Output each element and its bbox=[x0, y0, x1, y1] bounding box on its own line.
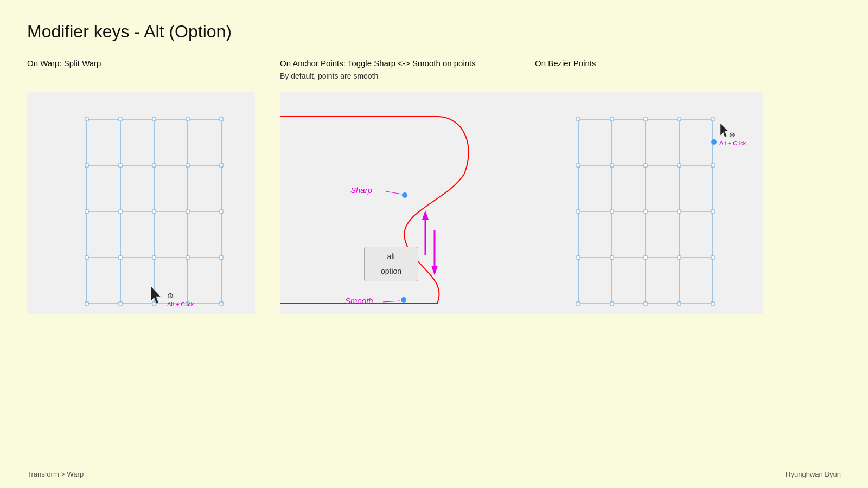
svg-rect-10 bbox=[85, 118, 88, 121]
svg-rect-67 bbox=[644, 164, 647, 167]
svg-rect-72 bbox=[644, 210, 647, 213]
svg-marker-49 bbox=[431, 266, 438, 275]
svg-rect-32 bbox=[152, 302, 156, 305]
svg-rect-34 bbox=[220, 302, 223, 305]
svg-rect-29 bbox=[220, 256, 223, 259]
svg-rect-15 bbox=[85, 164, 88, 167]
svg-rect-81 bbox=[610, 302, 614, 305]
panel-anchor-points: Sharp Smooth altoption bbox=[280, 92, 535, 314]
svg-text:Sharp: Sharp bbox=[350, 185, 372, 195]
svg-rect-27 bbox=[152, 256, 156, 259]
svg-rect-62 bbox=[644, 118, 647, 121]
svg-point-43 bbox=[401, 297, 406, 303]
svg-text:Smooth: Smooth bbox=[345, 296, 373, 305]
svg-marker-86 bbox=[720, 124, 729, 137]
svg-rect-64 bbox=[711, 118, 714, 121]
svg-rect-22 bbox=[152, 210, 156, 213]
svg-rect-30 bbox=[85, 302, 88, 305]
section-label-anchor: On Anchor Points: Toggle Sharp <-> Smoot… bbox=[280, 59, 476, 68]
svg-rect-23 bbox=[186, 210, 189, 213]
svg-rect-25 bbox=[85, 256, 88, 259]
svg-rect-74 bbox=[711, 210, 714, 213]
svg-rect-84 bbox=[711, 302, 714, 305]
svg-text:Alt + Click: Alt + Click bbox=[167, 301, 194, 307]
svg-rect-78 bbox=[678, 256, 681, 259]
svg-rect-14 bbox=[220, 118, 223, 121]
svg-rect-26 bbox=[119, 256, 122, 259]
split-warp-svg: ⊕ Alt + Click bbox=[27, 92, 255, 314]
section-label-bezier: On Bezier Points bbox=[535, 59, 596, 68]
svg-rect-70 bbox=[577, 210, 580, 213]
svg-rect-20 bbox=[85, 210, 88, 213]
svg-rect-63 bbox=[678, 118, 681, 121]
svg-rect-24 bbox=[220, 210, 223, 213]
bezier-svg: ⊕ Alt + Click bbox=[535, 92, 763, 314]
svg-rect-68 bbox=[678, 164, 681, 167]
svg-rect-11 bbox=[119, 118, 122, 121]
svg-rect-76 bbox=[610, 256, 614, 259]
svg-rect-69 bbox=[711, 164, 714, 167]
panel-split-warp: ⊕ Alt + Click bbox=[27, 92, 255, 314]
svg-rect-12 bbox=[152, 118, 156, 121]
svg-text:⊕: ⊕ bbox=[729, 131, 735, 139]
svg-rect-16 bbox=[119, 164, 122, 167]
svg-rect-28 bbox=[186, 256, 189, 259]
anchor-svg: Sharp Smooth altoption bbox=[280, 92, 535, 314]
svg-rect-18 bbox=[186, 164, 189, 167]
svg-rect-77 bbox=[644, 256, 647, 259]
svg-marker-35 bbox=[151, 286, 161, 304]
svg-rect-71 bbox=[610, 210, 614, 213]
section-sublabel-anchor: By default, points are smooth bbox=[280, 72, 378, 80]
svg-rect-66 bbox=[610, 164, 614, 167]
footer-author: Hyunghwan Byun bbox=[786, 470, 841, 478]
svg-rect-13 bbox=[186, 118, 189, 121]
footer-breadcrumb: Transform > Warp bbox=[27, 470, 84, 478]
svg-rect-73 bbox=[678, 210, 681, 213]
svg-text:Alt + Click: Alt + Click bbox=[719, 140, 746, 146]
section-label-split-warp: On Warp: Split Warp bbox=[27, 59, 101, 68]
svg-rect-75 bbox=[577, 256, 580, 259]
svg-rect-80 bbox=[577, 302, 580, 305]
svg-line-42 bbox=[386, 191, 402, 194]
page-title: Modifier keys - Alt (Option) bbox=[27, 22, 232, 42]
svg-rect-82 bbox=[644, 302, 647, 305]
svg-marker-47 bbox=[422, 210, 429, 220]
svg-rect-17 bbox=[152, 164, 156, 167]
svg-line-45 bbox=[383, 301, 400, 302]
svg-rect-31 bbox=[119, 302, 122, 305]
svg-rect-61 bbox=[610, 118, 614, 121]
svg-rect-60 bbox=[577, 118, 580, 121]
panel-bezier: ⊕ Alt + Click bbox=[535, 92, 763, 314]
svg-rect-19 bbox=[220, 164, 223, 167]
svg-rect-21 bbox=[119, 210, 122, 213]
svg-rect-79 bbox=[711, 256, 714, 259]
svg-text:⊕: ⊕ bbox=[167, 292, 174, 300]
svg-rect-83 bbox=[678, 302, 681, 305]
svg-point-85 bbox=[711, 139, 717, 145]
svg-rect-65 bbox=[577, 164, 580, 167]
svg-point-40 bbox=[402, 192, 407, 198]
